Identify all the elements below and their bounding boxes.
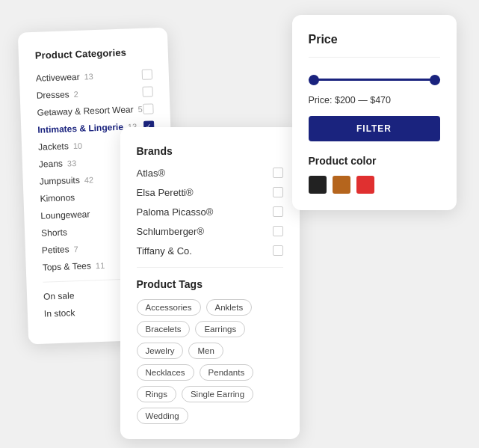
color-swatch[interactable] [309,176,327,194]
categories-title: Product Categories [34,46,151,61]
category-checkbox[interactable] [141,69,152,79]
color-swatch[interactable] [333,176,350,194]
extra-category-label: In stock [43,307,75,319]
product-tag[interactable]: Anklets [206,299,253,316]
category-count: 7 [73,244,78,253]
brand-label: Elsa Peretti® [137,187,194,198]
range-thumb-left[interactable] [309,75,319,85]
brands-card: Brands Atlas®Elsa Peretti®Paloma Picasso… [120,127,300,439]
category-item[interactable]: Getaway & Resort Wear5 [37,103,153,117]
range-track [309,79,440,81]
range-thumb-right[interactable] [430,75,440,85]
brands-divider [137,267,283,268]
category-label: Kimonos [40,192,75,204]
category-count: 33 [67,158,76,167]
category-count: 5 [137,104,143,113]
filter-button[interactable]: FILTER [309,116,440,141]
product-tag[interactable]: Pendants [200,364,254,381]
category-count: 42 [84,175,93,184]
product-tag[interactable]: Earrings [195,321,245,337]
product-tag[interactable]: Wedding [137,408,188,424]
brand-checkbox[interactable] [273,206,283,217]
brand-item[interactable]: Paloma Picasso® [137,206,283,218]
category-item[interactable]: Dresses2 [36,86,152,100]
brands-list: Atlas®Elsa Peretti®Paloma Picasso®Schlum… [137,168,283,257]
brand-item[interactable]: Elsa Peretti® [137,187,283,198]
brand-item[interactable]: Tiffany & Co. [137,245,283,257]
tags-title: Product Tags [137,278,283,290]
product-tag[interactable]: Accessories [137,299,201,316]
color-swatches [309,176,440,194]
brand-label: Paloma Picasso® [137,206,214,218]
product-tag[interactable]: Rings [137,386,176,402]
product-tag[interactable]: Men [188,343,223,359]
category-label: Getaway & Resort Wear [37,104,134,117]
scene: Product Categories Activewear13Dresses2G… [23,15,457,434]
category-item[interactable]: Activewear13 [35,69,152,83]
product-tag[interactable]: Jewelry [137,343,184,359]
tags-container: AccessoriesAnkletsBraceletsEarringsJewel… [137,299,283,424]
color-section: Product color [309,155,440,194]
category-label: Jackets [37,141,68,152]
price-divider [309,57,440,58]
category-label: Loungewear [40,209,90,221]
category-count: 2 [73,89,78,98]
category-label: Shorts [40,227,67,238]
category-count: 10 [72,141,82,150]
product-tag[interactable]: Necklaces [137,364,194,381]
brand-checkbox[interactable] [273,187,283,197]
category-checkbox[interactable] [142,86,152,96]
brand-label: Schlumberger® [137,226,205,237]
category-label: Tops & Tees [42,260,91,272]
brand-label: Atlas® [137,168,165,179]
category-label: Dresses [36,89,69,101]
brand-label: Tiffany & Co. [137,245,192,257]
category-count: 11 [95,260,105,269]
tags-section: Product Tags AccessoriesAnkletsBracelets… [137,278,283,424]
product-tag[interactable]: Bracelets [137,321,191,337]
product-tag[interactable]: Single Earring [182,386,253,402]
color-title: Product color [309,155,440,167]
brand-item[interactable]: Schlumberger® [137,226,283,237]
category-checkbox[interactable] [143,103,153,114]
brand-item[interactable]: Atlas® [137,168,283,179]
extra-category-label: On sale [43,290,74,301]
color-swatch[interactable] [356,176,374,194]
brand-checkbox[interactable] [273,168,283,178]
brand-checkbox[interactable] [273,245,283,256]
category-label: Intimates & Lingerie [37,121,123,135]
price-range[interactable] [309,73,440,88]
brands-title: Brands [137,145,283,157]
category-count: 13 [84,72,93,81]
category-label: Petites [41,244,69,255]
category-label: Jeans [38,158,63,169]
price-title: Price [309,33,440,46]
brand-checkbox[interactable] [273,226,283,236]
category-label: Jumpsuits [39,174,79,186]
price-card: Price Price: $200 — $470 FILTER Product … [292,15,457,210]
category-label: Activewear [35,71,79,83]
price-label: Price: $200 — $470 [309,95,440,105]
